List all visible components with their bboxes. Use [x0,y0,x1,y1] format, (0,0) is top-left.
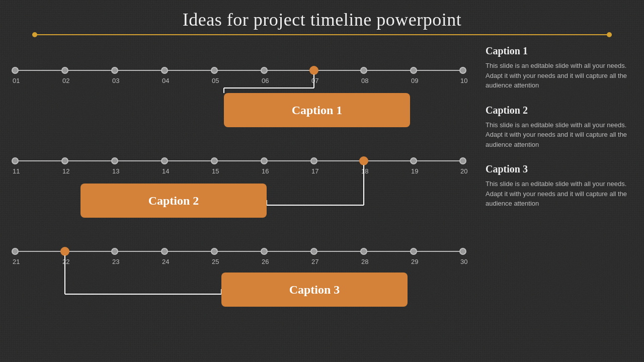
right-panel: Caption 1 This slide is an editable slid… [478,40,634,337]
svg-point-54 [261,248,267,254]
svg-point-26 [62,158,68,164]
svg-text:09: 09 [411,77,418,84]
svg-point-4 [162,67,168,73]
svg-text:14: 14 [162,167,169,175]
svg-point-27 [112,158,118,164]
svg-text:08: 08 [361,77,368,84]
caption3-label: Caption 3 [289,283,340,297]
svg-point-25 [12,158,18,164]
title-area: Ideas for project timeline powerpoint [0,0,644,35]
svg-text:29: 29 [411,258,418,265]
svg-text:20: 20 [460,167,467,175]
caption2-info: Caption 2 This slide is an editable slid… [486,105,629,150]
caption1-body: This slide is an editable slide with all… [486,61,629,90]
svg-point-50 [61,247,69,255]
svg-point-2 [62,67,68,73]
svg-point-51 [112,248,118,254]
svg-text:03: 03 [112,77,119,84]
svg-text:10: 10 [460,77,467,84]
caption2-label: Caption 2 [148,194,199,208]
svg-point-31 [311,158,317,164]
svg-point-1 [12,67,18,73]
svg-text:04: 04 [162,77,169,84]
svg-text:19: 19 [411,167,418,175]
svg-point-52 [162,248,168,254]
title-divider [32,34,612,35]
caption2-body: This slide is an editable slide with all… [486,120,629,150]
svg-point-3 [112,67,118,73]
svg-text:26: 26 [262,258,269,265]
main-layout: 01 02 03 04 05 06 07 08 09 10 [0,35,644,342]
svg-point-30 [261,158,267,164]
svg-text:27: 27 [311,258,318,265]
svg-text:23: 23 [112,258,119,265]
svg-point-5 [211,67,217,73]
svg-text:01: 01 [13,77,20,84]
svg-point-53 [211,248,217,254]
caption1-box: Caption 1 [224,93,410,127]
svg-text:07: 07 [311,77,318,84]
svg-text:05: 05 [212,77,219,84]
svg-point-6 [261,67,267,73]
svg-point-49 [12,248,18,254]
svg-text:24: 24 [162,258,169,265]
svg-text:25: 25 [212,258,219,265]
svg-text:11: 11 [13,167,20,175]
svg-text:02: 02 [62,77,69,84]
caption3-title: Caption 3 [486,163,629,175]
svg-point-9 [411,67,417,73]
svg-point-32 [360,157,368,165]
svg-point-33 [411,158,417,164]
svg-text:30: 30 [460,258,467,265]
svg-text:21: 21 [13,258,20,265]
svg-point-7 [310,66,318,74]
page-title: Ideas for project timeline powerpoint [0,9,644,30]
svg-point-8 [361,67,367,73]
svg-text:15: 15 [212,167,219,175]
svg-text:12: 12 [62,167,69,175]
svg-text:18: 18 [361,167,368,175]
caption1-title: Caption 1 [486,45,629,57]
svg-text:17: 17 [311,167,318,175]
caption2-title: Caption 2 [486,105,629,116]
caption3-body: This slide is an editable slide with all… [486,179,629,209]
svg-point-58 [460,248,466,254]
timeline-area: 01 02 03 04 05 06 07 08 09 10 [10,40,473,337]
svg-point-10 [460,67,466,73]
caption3-box: Caption 3 [221,273,408,307]
svg-text:22: 22 [62,258,69,265]
svg-point-34 [460,158,466,164]
caption3-info: Caption 3 This slide is an editable slid… [486,163,629,209]
svg-point-56 [361,248,367,254]
caption2-box: Caption 2 [80,184,267,218]
svg-point-55 [311,248,317,254]
svg-point-28 [162,158,168,164]
svg-point-29 [211,158,217,164]
caption1-info: Caption 1 This slide is an editable slid… [486,45,629,90]
svg-text:06: 06 [262,77,269,84]
svg-text:13: 13 [112,167,119,175]
svg-text:28: 28 [361,258,368,265]
svg-text:16: 16 [262,167,269,175]
caption1-label: Caption 1 [292,104,343,117]
svg-point-57 [411,248,417,254]
